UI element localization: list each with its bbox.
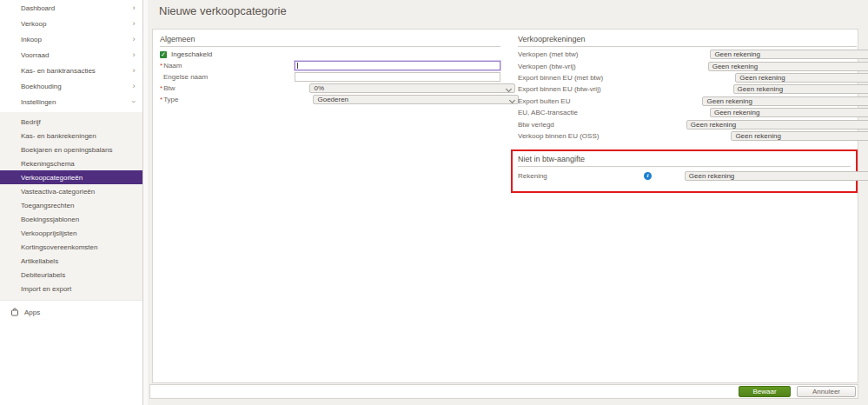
sidebar-item-label: Instellingen bbox=[21, 98, 56, 106]
export-binnen-eu-met-btw-select[interactable]: Geen rekening bbox=[735, 73, 868, 83]
sidebar-item-inkoop[interactable]: Inkoop bbox=[0, 31, 142, 47]
shopping-bag-icon bbox=[10, 308, 19, 316]
sidebar-item-vasteactiva-categorieen[interactable]: Vasteactiva-categorieën bbox=[0, 184, 142, 198]
row-label: Verkopen (btw-vrij) bbox=[518, 63, 576, 70]
selected-value: Geen rekening bbox=[691, 121, 736, 129]
sidebar-item-label: Dashboard bbox=[21, 4, 55, 12]
settings-submenu: Bedrijf Kas- en bankrekeningen Boekjaren… bbox=[0, 112, 142, 301]
sidebar-item-rekeningschema[interactable]: Rekeningschema bbox=[0, 156, 142, 170]
row-label: Export binnen EU (met btw) bbox=[518, 74, 603, 82]
sidebar-item-artikellabels[interactable]: Artikellabels bbox=[0, 254, 142, 268]
sidebar-item-label: Voorraad bbox=[21, 51, 49, 59]
ingeschakeld-row: Ingeschakeld bbox=[160, 49, 500, 60]
eu-abc-transactie-select[interactable]: Geen rekening bbox=[710, 108, 868, 117]
verkoop-binnen-eu-oss-select[interactable]: Geen rekening bbox=[731, 131, 868, 141]
sub-item-label: Boekingssjablonen bbox=[21, 216, 79, 223]
engelse-naam-row: Engelse naam bbox=[160, 71, 500, 83]
export-binnen-eu-btw-vrij-select[interactable]: Geen rekening bbox=[733, 84, 868, 94]
chevron-right-icon bbox=[131, 51, 136, 58]
sidebar-item-boekingssjablonen[interactable]: Boekingssjablonen bbox=[0, 212, 142, 226]
btw-select[interactable]: 0% bbox=[309, 83, 515, 93]
chevron-right-icon bbox=[131, 67, 136, 74]
sidebar: Dashboard Verkoop Inkoop Voorraad Kas- e… bbox=[0, 0, 142, 405]
sidebar-item-toegangsrechten[interactable]: Toegangsrechten bbox=[0, 198, 142, 212]
niet-in-btw-heading: Niet in btw-aangifte bbox=[518, 151, 851, 167]
naam-input[interactable] bbox=[295, 61, 500, 70]
sub-item-label: Kortingsovereenkomsten bbox=[21, 243, 98, 251]
verkooprekeningen-heading: Verkooprekeningen bbox=[518, 30, 857, 47]
ingeschakeld-label: Ingeschakeld bbox=[171, 50, 212, 58]
export-binnen-eu-btw-vrij-row: Export binnen EU (btw-vrij) Geen rekenin… bbox=[518, 83, 857, 95]
row-label: Verkopen (met btw) bbox=[518, 50, 578, 58]
ingeschakeld-checkbox[interactable] bbox=[160, 51, 167, 58]
sub-item-label: Rekeningschema bbox=[21, 160, 75, 168]
page-title: Nieuwe verkoopcategorie bbox=[159, 4, 287, 17]
sidebar-item-boekhouding[interactable]: Boekhouding bbox=[0, 78, 142, 94]
verkopen-btw-vrij-row: Verkopen (btw-vrij) Geen rekening bbox=[518, 60, 857, 71]
sidebar-item-kortingsovereenkomsten[interactable]: Kortingsovereenkomsten bbox=[0, 240, 142, 254]
sub-item-label: Bedrijf bbox=[21, 118, 41, 126]
row-label: Export buiten EU bbox=[518, 97, 570, 105]
sidebar-item-label: Verkoop bbox=[21, 20, 46, 28]
sub-item-label: Verkoopprijslijsten bbox=[21, 229, 76, 237]
save-button[interactable]: Bewaar bbox=[739, 386, 791, 397]
main-content: Nieuwe verkoopcategorie Algemeen Ingesch… bbox=[148, 0, 868, 405]
sidebar-item-import-en-export[interactable]: Import en export bbox=[0, 282, 142, 295]
eu-abc-transactie-row: EU, ABC-transactie Geen rekening bbox=[518, 107, 857, 118]
selected-value: Geen rekening bbox=[735, 132, 780, 140]
row-label: Export binnen EU (btw-vrij) bbox=[518, 85, 601, 93]
naam-row: * Naam bbox=[160, 60, 500, 71]
algemeen-heading: Algemeen bbox=[160, 30, 500, 47]
sidebar-item-verkoopprijslijsten[interactable]: Verkoopprijslijsten bbox=[0, 226, 142, 240]
sidebar-item-debiteurlabels[interactable]: Debiteurlabels bbox=[0, 268, 142, 282]
row-label: Btw verlegd bbox=[518, 121, 554, 129]
sidebar-item-instellingen[interactable]: Instellingen bbox=[0, 94, 142, 110]
verkopen-met-btw-select[interactable]: Geen rekening bbox=[710, 50, 868, 59]
chevron-right-icon bbox=[131, 20, 136, 27]
sidebar-item-kas-en-bankrekeningen[interactable]: Kas- en bankrekeningen bbox=[0, 129, 142, 143]
type-select[interactable]: Goederen bbox=[313, 95, 519, 104]
sidebar-item-dashboard[interactable]: Dashboard bbox=[0, 0, 142, 16]
chevron-right-icon bbox=[131, 83, 136, 90]
btw-verlegd-select[interactable]: Geen rekening bbox=[686, 120, 868, 129]
sidebar-item-verkoop[interactable]: Verkoop bbox=[0, 16, 142, 31]
sub-item-label: Kas- en bankrekeningen bbox=[21, 132, 96, 140]
sub-item-label: Boekjaren en openingsbalans bbox=[21, 146, 112, 154]
apps-label: Apps bbox=[24, 309, 40, 316]
cancel-button[interactable]: Annuleer bbox=[797, 386, 856, 397]
info-icon[interactable]: i bbox=[644, 172, 652, 180]
verkoop-binnen-eu-oss-row: Verkoop binnen EU (OSS) Geen rekening bbox=[518, 130, 857, 142]
sidebar-item-voorraad[interactable]: Voorraad bbox=[0, 47, 142, 63]
chevron-right-icon bbox=[131, 36, 136, 43]
export-binnen-eu-met-btw-row: Export binnen EU (met btw) Geen rekening bbox=[518, 72, 857, 83]
sub-item-label: Verkoopcategorieën bbox=[21, 174, 83, 182]
sidebar-item-verkoopcategorieen[interactable]: Verkoopcategorieën bbox=[0, 170, 142, 184]
selected-value: Geen rekening bbox=[738, 85, 783, 93]
btw-row: * Btw 0% bbox=[160, 83, 500, 94]
sidebar-item-kas-en-banktransacties[interactable]: Kas- en banktransacties bbox=[0, 63, 142, 78]
sidebar-item-boekjaren-en-openingsbalans[interactable]: Boekjaren en openingsbalans bbox=[0, 143, 142, 156]
sub-item-label: Vasteactiva-categorieën bbox=[21, 188, 95, 196]
sidebar-scrollbar[interactable] bbox=[142, 0, 148, 405]
sidebar-item-apps[interactable]: Apps bbox=[0, 304, 142, 320]
selected-value: Geen rekening bbox=[706, 97, 752, 105]
rekening-label: Rekening bbox=[518, 172, 547, 180]
required-asterisk: * bbox=[160, 62, 162, 70]
sidebar-item-bedrijf[interactable]: Bedrijf bbox=[0, 115, 142, 129]
rekening-select[interactable]: Geen rekening bbox=[685, 171, 868, 181]
selected-value: Geen rekening bbox=[739, 74, 785, 82]
rekening-row: Rekening i Geen rekening bbox=[518, 170, 851, 182]
sub-item-label: Debiteurlabels bbox=[21, 271, 65, 279]
required-asterisk: * bbox=[160, 96, 162, 103]
type-label: Type bbox=[163, 96, 178, 103]
verkopen-btw-vrij-select[interactable]: Geen rekening bbox=[708, 62, 868, 71]
type-row: * Type Goederen bbox=[160, 94, 500, 105]
verkopen-met-btw-row: Verkopen (met btw) Geen rekening bbox=[518, 49, 857, 60]
footer-action-bar: Bewaar Annuleer bbox=[149, 384, 858, 399]
selected-value: Geen rekening bbox=[714, 109, 759, 116]
export-buiten-eu-select[interactable]: Geen rekening bbox=[702, 96, 868, 106]
engelse-naam-input[interactable] bbox=[295, 72, 500, 82]
export-buiten-eu-row: Export buiten EU Geen rekening bbox=[518, 96, 857, 107]
chevron-down-icon bbox=[130, 99, 137, 104]
app-window: Dashboard Verkoop Inkoop Voorraad Kas- e… bbox=[0, 0, 868, 405]
